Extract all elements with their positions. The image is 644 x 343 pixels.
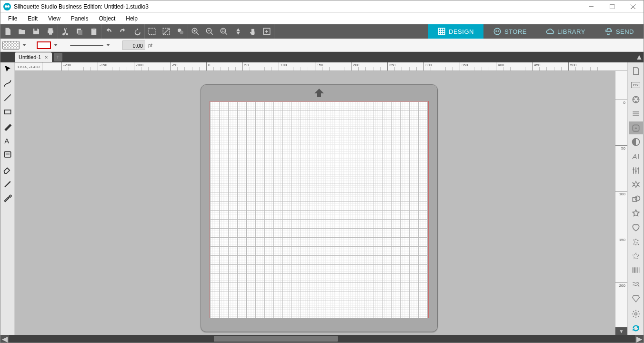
- options-bar: 0.00 pt: [0, 39, 644, 52]
- new-tab-button[interactable]: +: [54, 53, 62, 61]
- store-icon: [493, 27, 502, 36]
- redo-button[interactable]: [116, 24, 130, 39]
- line-style-preview[interactable]: [70, 45, 103, 46]
- tool-eraser[interactable]: [1, 162, 14, 176]
- svg-point-38: [637, 240, 638, 241]
- maximize-button[interactable]: [602, 0, 623, 12]
- svg-rect-5: [91, 29, 97, 35]
- zoom-selection-button[interactable]: [217, 24, 231, 39]
- recycle-button[interactable]: [130, 24, 144, 39]
- scroll-right-button[interactable]: ▶: [635, 335, 644, 343]
- copy-button[interactable]: [72, 24, 87, 39]
- minimize-button[interactable]: [581, 0, 602, 12]
- tool-curve[interactable]: [1, 77, 14, 90]
- canvas[interactable]: [15, 71, 615, 335]
- panel-nesting[interactable]: [629, 221, 643, 234]
- svg-rect-14: [222, 30, 224, 32]
- mode-tab-design[interactable]: DESIGN: [428, 24, 483, 39]
- panel-transform[interactable]: [629, 164, 643, 177]
- panel-stipple[interactable]: [629, 235, 643, 249]
- scroll-left-button[interactable]: ◀: [0, 335, 9, 343]
- group-button[interactable]: [173, 24, 188, 39]
- new-file-button[interactable]: [0, 24, 15, 39]
- select-all-button[interactable]: [145, 24, 159, 39]
- save-button[interactable]: [29, 24, 43, 39]
- fit-button[interactable]: [231, 24, 245, 39]
- tool-text[interactable]: A: [1, 134, 14, 147]
- panel-text[interactable]: A: [629, 150, 643, 163]
- document-tab[interactable]: Untitled-1 ×: [15, 52, 52, 62]
- pan-button[interactable]: [245, 24, 260, 39]
- paste-button[interactable]: [87, 24, 101, 39]
- close-tab-icon[interactable]: ×: [45, 54, 48, 60]
- svg-point-1: [62, 33, 65, 36]
- panel-trace[interactable]: [629, 121, 643, 135]
- cursor-coords: 1.674, -3.430: [15, 62, 42, 71]
- window-title: Silhouette Studio Business Edition: Unti…: [14, 3, 149, 10]
- panel-barcode[interactable]: [629, 263, 643, 277]
- panel-fill[interactable]: [629, 93, 643, 106]
- design-page[interactable]: [210, 101, 429, 318]
- cut-button[interactable]: [58, 24, 72, 39]
- scroll-track[interactable]: [9, 336, 635, 342]
- panel-page-setup[interactable]: [629, 64, 643, 78]
- tool-eyedropper[interactable]: [1, 191, 14, 204]
- svg-rect-4: [78, 30, 82, 35]
- svg-point-24: [635, 96, 636, 98]
- menu-view[interactable]: View: [43, 14, 65, 23]
- panel-pixscan[interactable]: Pix: [629, 79, 643, 92]
- fill-dropdown-icon[interactable]: [22, 44, 26, 46]
- line-weight-input[interactable]: 0.00: [122, 40, 145, 50]
- stroke-dropdown-icon[interactable]: [54, 44, 58, 46]
- menu-object[interactable]: Object: [94, 14, 121, 23]
- mode-tab-library[interactable]: LIBRARY: [536, 24, 595, 39]
- zoom-area-button[interactable]: [260, 24, 274, 39]
- menu-edit[interactable]: Edit: [23, 14, 42, 23]
- panel-modify[interactable]: [629, 192, 643, 206]
- tool-rectangle[interactable]: [1, 105, 14, 119]
- panel-line[interactable]: [629, 107, 643, 121]
- scroll-thumb[interactable]: [214, 336, 338, 342]
- horizontal-scrollbar[interactable]: ◀ ▶: [0, 335, 644, 343]
- preferences-button[interactable]: [629, 307, 643, 321]
- undo-button[interactable]: [101, 24, 116, 39]
- menubar: File Edit View Panels Object Help: [0, 13, 644, 24]
- print-button[interactable]: [43, 24, 58, 39]
- zoom-out-button[interactable]: [202, 24, 217, 39]
- mode-tab-send[interactable]: SEND: [595, 24, 644, 39]
- stroke-swatch[interactable]: [37, 41, 51, 49]
- svg-rect-31: [633, 169, 634, 171]
- tool-note[interactable]: [1, 148, 14, 161]
- panel-replicate[interactable]: [629, 207, 643, 220]
- menu-panels[interactable]: Panels: [66, 14, 93, 23]
- cloud-icon: [546, 27, 554, 36]
- line-style-dropdown-icon[interactable]: [106, 44, 110, 46]
- scroll-down-button[interactable]: ▼: [615, 327, 627, 335]
- load-direction-icon: [313, 89, 325, 99]
- open-button[interactable]: [15, 24, 29, 39]
- panel-sketch[interactable]: [629, 278, 643, 291]
- scroll-up-button[interactable]: ▲: [635, 53, 644, 61]
- send-icon: [604, 27, 613, 36]
- titlebar: Silhouette Studio Business Edition: Unti…: [0, 0, 644, 13]
- tool-select[interactable]: [1, 62, 14, 76]
- panel-offset[interactable]: [629, 178, 643, 192]
- deselect-button[interactable]: [159, 24, 173, 39]
- panel-emboss[interactable]: [629, 250, 643, 263]
- svg-point-19: [498, 30, 499, 32]
- panel-rhinestone[interactable]: [629, 292, 643, 305]
- menu-file[interactable]: File: [3, 14, 22, 23]
- right-toolbar: Pix A: [627, 62, 644, 335]
- menu-help[interactable]: Help: [121, 14, 142, 23]
- tool-knife[interactable]: [1, 177, 14, 190]
- mode-tab-store[interactable]: STORE: [483, 24, 536, 39]
- tool-freehand[interactable]: [1, 120, 14, 133]
- zoom-in-button[interactable]: [188, 24, 202, 39]
- tool-line[interactable]: [1, 91, 14, 104]
- svg-text:A: A: [632, 152, 637, 161]
- close-button[interactable]: [623, 0, 644, 12]
- panel-image-effects[interactable]: [629, 135, 643, 149]
- grid-icon: [437, 27, 446, 36]
- sync-button[interactable]: [629, 322, 643, 335]
- fill-swatch[interactable]: [2, 41, 20, 50]
